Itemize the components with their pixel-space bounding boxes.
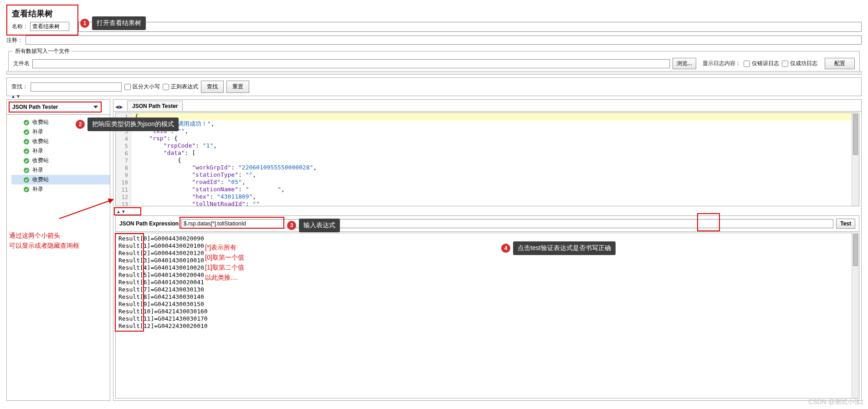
filename-label: 文件名 — [13, 60, 30, 67]
callout-2: 2 把响应类型切换为json的模式 — [76, 118, 179, 131]
divider — [6, 71, 862, 75]
show-log-label: 显示日志内容： — [703, 60, 741, 67]
callout-1: 1 打开查看结果树 — [80, 16, 146, 30]
tree-item[interactable]: 收费站 — [11, 156, 110, 165]
reset-button[interactable]: 重置 — [226, 81, 249, 93]
file-output-legend: 所有数据写入一个文件 — [13, 47, 72, 55]
tab-json-path-tester[interactable]: JSON Path Tester — [127, 101, 183, 111]
regex-checkbox[interactable]: 正则表达式 — [163, 83, 198, 91]
comment-label: 注释： — [6, 36, 23, 44]
badge-3-icon: 3 — [287, 221, 296, 230]
split-toggle-icon[interactable]: ▲▼ — [116, 209, 126, 214]
tree-item[interactable]: 补录 — [11, 146, 110, 156]
expression-label: JSON Path Expression — [119, 220, 179, 227]
only-error-checkbox[interactable]: 仅错误日志 — [744, 60, 779, 67]
vertical-scrollbar[interactable] — [852, 113, 859, 206]
callout-4: 4 点击test验证表达式是否书写正确 — [501, 241, 616, 255]
callout-3: 3 输入表达式 — [287, 219, 340, 232]
test-button[interactable]: Test — [836, 219, 855, 229]
json-path-expression-input[interactable] — [181, 219, 833, 228]
case-sensitive-checkbox[interactable]: 区分大小写 — [124, 83, 160, 91]
results-scrollbar[interactable] — [852, 233, 859, 398]
tree-item[interactable]: 收费站 — [11, 137, 110, 146]
tree-item[interactable]: 补录 — [11, 184, 110, 194]
annotation-hints: [*]表示所有[0]取第一个值[1]取第二个值以此类推.... — [205, 242, 244, 282]
find-button[interactable]: 查找 — [201, 81, 224, 93]
expression-row: JSON Path Expression Test — [115, 215, 859, 232]
chevron-down-icon — [93, 106, 98, 108]
name-input-wide[interactable] — [78, 22, 862, 32]
filename-input[interactable] — [32, 59, 670, 68]
comment-input[interactable] — [26, 36, 862, 45]
name-input[interactable] — [30, 22, 69, 31]
tree-item[interactable]: 收费站 — [11, 175, 110, 184]
response-body-viewer[interactable]: 12345678910111213 { "msg": "调用成功！", "txi… — [115, 112, 859, 206]
file-output-fieldset: 所有数据写入一个文件 文件名 浏览... 显示日志内容： 仅错误日志 仅成功日志… — [8, 47, 860, 72]
badge-2-icon: 2 — [76, 120, 85, 129]
toggle-arrows-icon[interactable]: ▲▼ — [11, 94, 21, 99]
page-title: 查看结果树 — [12, 8, 73, 19]
search-bar: 查找： 区分大小写 正则表达式 查找 重置 — [6, 77, 862, 96]
panel-toggle-icon[interactable]: ◀▶ — [115, 104, 123, 109]
only-success-checkbox[interactable]: 仅成功日志 — [782, 60, 817, 67]
search-label: 查找： — [11, 83, 28, 91]
name-label: 名称： — [12, 23, 28, 31]
config-button[interactable]: 配置 — [825, 58, 855, 69]
response-type-dropdown[interactable]: JSON Path Tester — [9, 102, 102, 112]
badge-4-icon: 4 — [501, 244, 510, 253]
tree-item[interactable]: 补录 — [11, 165, 110, 175]
annotation-note: 通过这两个小箭头 可以显示或者隐藏查询框 — [9, 230, 79, 251]
search-input[interactable] — [31, 82, 122, 92]
badge-1-icon: 1 — [80, 19, 89, 28]
watermark: CSDN @测试小张z — [808, 398, 863, 406]
browse-button[interactable]: 浏览... — [673, 58, 696, 69]
